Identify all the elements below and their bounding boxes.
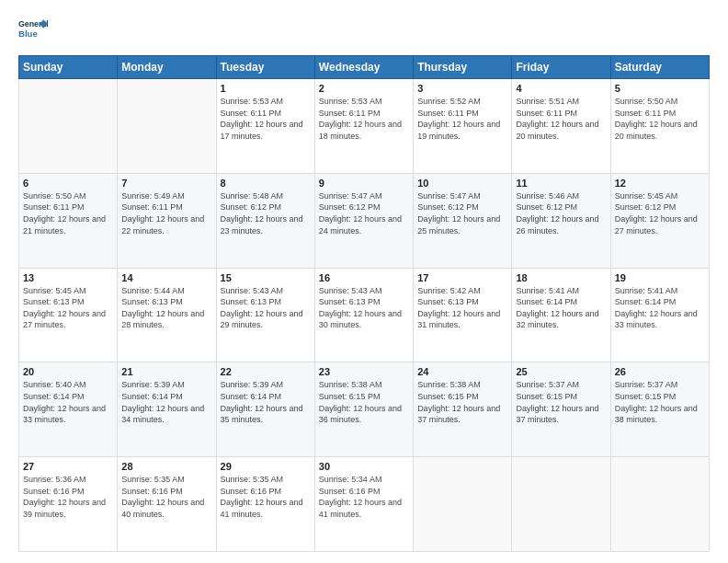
day-cell: 26Sunrise: 5:37 AMSunset: 6:15 PMDayligh… [610,362,709,457]
day-number: 9 [319,178,409,189]
day-cell: 13Sunrise: 5:45 AMSunset: 6:13 PMDayligh… [19,268,118,362]
day-info: Sunrise: 5:50 AMSunset: 6:11 PMDaylight:… [23,190,113,236]
day-cell: 29Sunrise: 5:35 AMSunset: 6:16 PMDayligh… [216,457,314,552]
day-cell: 19Sunrise: 5:41 AMSunset: 6:14 PMDayligh… [610,268,709,362]
day-info: Sunrise: 5:37 AMSunset: 6:15 PMDaylight:… [516,379,606,425]
day-cell: 8Sunrise: 5:48 AMSunset: 6:12 PMDaylight… [216,173,314,268]
day-number: 29 [221,461,311,472]
day-number: 11 [516,178,606,189]
day-info: Sunrise: 5:43 AMSunset: 6:13 PMDaylight:… [319,285,409,331]
week-row-5: 27Sunrise: 5:36 AMSunset: 6:16 PMDayligh… [19,457,710,552]
day-cell: 28Sunrise: 5:35 AMSunset: 6:16 PMDayligh… [118,457,216,552]
day-cell: 9Sunrise: 5:47 AMSunset: 6:12 PMDaylight… [314,173,413,268]
day-cell [512,457,610,552]
day-cell: 30Sunrise: 5:34 AMSunset: 6:16 PMDayligh… [314,457,413,552]
day-number: 7 [121,178,211,189]
day-info: Sunrise: 5:44 AMSunset: 6:13 PMDaylight:… [121,285,211,331]
day-number: 25 [516,366,606,377]
day-info: Sunrise: 5:40 AMSunset: 6:14 PMDaylight:… [23,379,113,425]
day-number: 26 [615,366,705,377]
day-cell: 4Sunrise: 5:51 AMSunset: 6:11 PMDaylight… [512,79,610,174]
day-cell: 2Sunrise: 5:53 AMSunset: 6:11 PMDaylight… [314,79,413,174]
weekday-header-wednesday: Wednesday [314,56,413,79]
logo: General Blue [18,17,48,46]
day-cell: 14Sunrise: 5:44 AMSunset: 6:13 PMDayligh… [118,268,216,362]
day-number: 27 [23,461,113,472]
day-cell: 11Sunrise: 5:46 AMSunset: 6:12 PMDayligh… [512,173,610,268]
day-info: Sunrise: 5:45 AMSunset: 6:12 PMDaylight:… [615,190,705,236]
day-cell: 12Sunrise: 5:45 AMSunset: 6:12 PMDayligh… [610,173,709,268]
day-number: 30 [319,461,409,472]
day-info: Sunrise: 5:52 AMSunset: 6:11 PMDaylight:… [417,96,507,142]
day-info: Sunrise: 5:43 AMSunset: 6:13 PMDaylight:… [221,285,311,331]
weekday-row: SundayMondayTuesdayWednesdayThursdayFrid… [19,56,710,79]
day-number: 18 [516,272,606,283]
day-info: Sunrise: 5:39 AMSunset: 6:14 PMDaylight:… [121,379,211,425]
day-number: 19 [615,272,705,283]
svg-text:Blue: Blue [18,29,38,39]
weekday-header-sunday: Sunday [19,56,118,79]
day-info: Sunrise: 5:45 AMSunset: 6:13 PMDaylight:… [23,285,113,331]
weekday-header-thursday: Thursday [414,56,512,79]
week-row-1: 1Sunrise: 5:53 AMSunset: 6:11 PMDaylight… [19,79,710,174]
day-cell: 20Sunrise: 5:40 AMSunset: 6:14 PMDayligh… [19,362,118,457]
day-cell: 18Sunrise: 5:41 AMSunset: 6:14 PMDayligh… [512,268,610,362]
day-cell [19,79,118,174]
day-number: 23 [319,366,409,377]
day-info: Sunrise: 5:39 AMSunset: 6:14 PMDaylight:… [221,379,311,425]
day-number: 24 [417,366,507,377]
day-number: 5 [615,83,705,94]
day-number: 8 [221,178,311,189]
day-cell: 6Sunrise: 5:50 AMSunset: 6:11 PMDaylight… [19,173,118,268]
day-info: Sunrise: 5:51 AMSunset: 6:11 PMDaylight:… [516,96,606,142]
day-info: Sunrise: 5:34 AMSunset: 6:16 PMDaylight:… [319,474,409,520]
day-number: 15 [221,272,311,283]
day-info: Sunrise: 5:38 AMSunset: 6:15 PMDaylight:… [319,379,409,425]
day-number: 14 [121,272,211,283]
day-number: 3 [417,83,507,94]
day-info: Sunrise: 5:37 AMSunset: 6:15 PMDaylight:… [615,379,705,425]
day-number: 10 [417,178,507,189]
day-info: Sunrise: 5:49 AMSunset: 6:11 PMDaylight:… [121,190,211,236]
weekday-header-tuesday: Tuesday [216,56,314,79]
day-info: Sunrise: 5:50 AMSunset: 6:11 PMDaylight:… [615,96,705,142]
day-cell: 16Sunrise: 5:43 AMSunset: 6:13 PMDayligh… [314,268,413,362]
weekday-header-friday: Friday [512,56,610,79]
week-row-3: 13Sunrise: 5:45 AMSunset: 6:13 PMDayligh… [19,268,710,362]
week-row-4: 20Sunrise: 5:40 AMSunset: 6:14 PMDayligh… [19,362,710,457]
day-info: Sunrise: 5:48 AMSunset: 6:12 PMDaylight:… [221,190,311,236]
calendar-body: 1Sunrise: 5:53 AMSunset: 6:11 PMDaylight… [19,79,710,552]
week-row-2: 6Sunrise: 5:50 AMSunset: 6:11 PMDaylight… [19,173,710,268]
day-number: 4 [516,83,606,94]
day-number: 22 [221,366,311,377]
day-info: Sunrise: 5:41 AMSunset: 6:14 PMDaylight:… [516,285,606,331]
day-cell: 23Sunrise: 5:38 AMSunset: 6:15 PMDayligh… [314,362,413,457]
header: General Blue [18,17,710,46]
day-cell: 7Sunrise: 5:49 AMSunset: 6:11 PMDaylight… [118,173,216,268]
day-info: Sunrise: 5:38 AMSunset: 6:15 PMDaylight:… [417,379,507,425]
calendar-table: SundayMondayTuesdayWednesdayThursdayFrid… [18,55,710,552]
day-info: Sunrise: 5:53 AMSunset: 6:11 PMDaylight:… [319,96,409,142]
day-number: 16 [319,272,409,283]
day-cell: 21Sunrise: 5:39 AMSunset: 6:14 PMDayligh… [118,362,216,457]
day-cell: 10Sunrise: 5:47 AMSunset: 6:12 PMDayligh… [414,173,512,268]
day-info: Sunrise: 5:46 AMSunset: 6:12 PMDaylight:… [516,190,606,236]
day-number: 6 [23,178,113,189]
day-number: 21 [121,366,211,377]
day-cell: 15Sunrise: 5:43 AMSunset: 6:13 PMDayligh… [216,268,314,362]
day-cell: 3Sunrise: 5:52 AMSunset: 6:11 PMDaylight… [414,79,512,174]
day-cell: 24Sunrise: 5:38 AMSunset: 6:15 PMDayligh… [414,362,512,457]
day-number: 13 [23,272,113,283]
day-cell: 5Sunrise: 5:50 AMSunset: 6:11 PMDaylight… [610,79,709,174]
page: General Blue SundayMondayTuesdayWednesda… [0,0,728,563]
logo-icon: General Blue [18,17,48,46]
day-cell: 17Sunrise: 5:42 AMSunset: 6:13 PMDayligh… [414,268,512,362]
day-cell [414,457,512,552]
day-cell [610,457,709,552]
day-cell: 27Sunrise: 5:36 AMSunset: 6:16 PMDayligh… [19,457,118,552]
calendar-header: SundayMondayTuesdayWednesdayThursdayFrid… [19,56,710,79]
weekday-header-saturday: Saturday [610,56,709,79]
day-info: Sunrise: 5:36 AMSunset: 6:16 PMDaylight:… [23,474,113,520]
day-info: Sunrise: 5:47 AMSunset: 6:12 PMDaylight:… [319,190,409,236]
day-number: 2 [319,83,409,94]
